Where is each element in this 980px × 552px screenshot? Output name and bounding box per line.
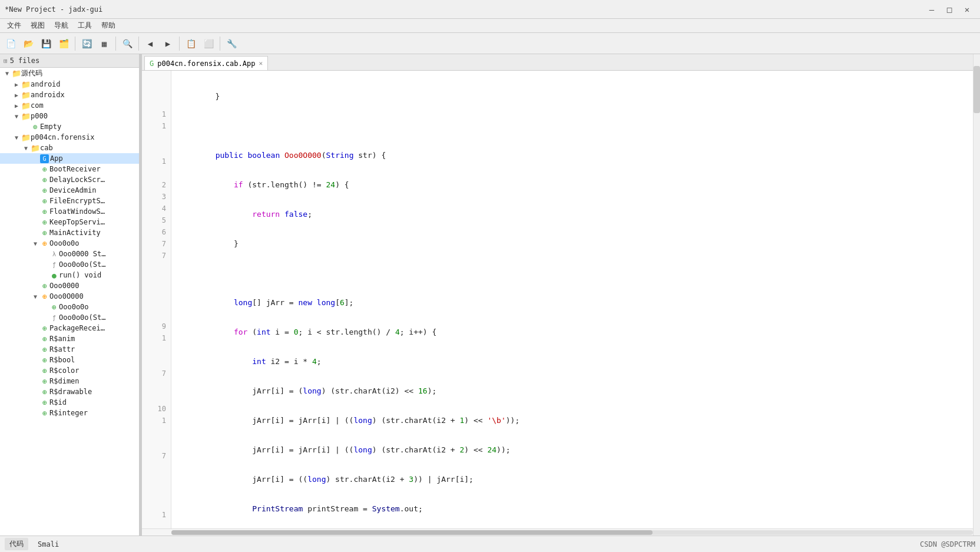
folder-icon: 📁: [21, 111, 31, 121]
sidebar-item-p004cn[interactable]: ▼ 📁 p004cn.forensix: [0, 132, 139, 143]
toolbar-forward[interactable]: ▶: [160, 35, 176, 52]
sidebar-item-rid[interactable]: ⊕ R$id: [0, 397, 139, 408]
ooo0000-1-label: Ooo0000: [49, 282, 80, 290]
status-left: 代码 Smali: [5, 538, 59, 550]
toggle-keeptop: [31, 217, 40, 227]
close-button[interactable]: ✕: [959, 4, 975, 15]
sidebar-item-mainactivity[interactable]: ⊕ MainActivity: [0, 227, 139, 238]
method-icon: ƒ: [49, 260, 59, 269]
sidebar-item-ooo0000-1[interactable]: ⊕ Ooo0000: [0, 280, 139, 291]
sidebar-item-floatwindow[interactable]: ⊕ FloatWindowS…: [0, 206, 139, 217]
class-icon: ⊕: [40, 281, 49, 290]
sidebar-item-rcolor[interactable]: ⊕ R$color: [0, 365, 139, 376]
sidebar-item-rdimen[interactable]: ⊕ R$dimen: [0, 376, 139, 386]
sidebar-item-ooo0o0[interactable]: ▼ ⊕ Ooo0o0o: [0, 238, 139, 249]
menu-file[interactable]: 文件: [2, 19, 26, 32]
packagereceiv-label: PackageRecei…: [49, 324, 105, 332]
class-icon: ⊕: [40, 292, 49, 301]
toolbar-search[interactable]: 🔍: [119, 35, 135, 52]
menu-tools[interactable]: 工具: [73, 19, 97, 32]
toolbar-sep5: [220, 37, 220, 51]
horizontal-scrollbar[interactable]: [142, 528, 973, 536]
maximize-button[interactable]: □: [941, 4, 958, 15]
sidebar-item-p000[interactable]: ▼ 📁 p000: [0, 111, 139, 121]
sidebar-item-ooo-st1[interactable]: λ Ooo0000 St…: [0, 249, 139, 259]
sidebar-item-delaylock[interactable]: ⊕ DelayLockScr…: [0, 174, 139, 185]
code-line: jArr[i] = jArr[i] | ((long) (str.charAt(…: [178, 444, 973, 456]
bootreceiver-label: BootReceiver: [49, 165, 101, 173]
android-label: android: [31, 80, 61, 88]
toolbar-settings[interactable]: 🔧: [223, 35, 240, 52]
androidx-label: androidx: [31, 91, 65, 99]
class-icon: ⊕: [40, 408, 49, 418]
toolbar-copy[interactable]: 📋: [183, 35, 199, 52]
toolbar-save[interactable]: 💾: [38, 35, 54, 52]
sidebar-item-ooo0o000[interactable]: ▼ ⊕ Ooo0O000: [0, 291, 139, 302]
code-line: public boolean Ooo0O000(String str) {: [178, 150, 973, 161]
window-controls: — □ ✕: [923, 4, 975, 15]
sidebar-item-rattr[interactable]: ⊕ R$attr: [0, 344, 139, 355]
status-smali[interactable]: Smali: [38, 540, 59, 548]
tab-close[interactable]: ✕: [259, 60, 263, 67]
files-icon: ⊞: [4, 57, 8, 65]
sidebar-item-fileencrypt[interactable]: ⊕ FileEncryptS…: [0, 196, 139, 206]
sidebar-item-com[interactable]: ▶ 📁 com: [0, 100, 139, 111]
toolbar-back[interactable]: ◀: [142, 35, 158, 52]
status-code[interactable]: 代码: [5, 538, 28, 550]
toggle-p004cn: ▼: [12, 133, 21, 142]
toggle-ooo-st1: [40, 249, 49, 259]
tab-app[interactable]: G p004cn.forensix.cab.App ✕: [144, 56, 268, 70]
sidebar-item-rdrawable[interactable]: ⊕ R$drawable: [0, 386, 139, 397]
toggle-deviceadmin: [31, 186, 40, 195]
code-line: int i2 = i * 4;: [178, 356, 973, 368]
class-icon: ⊕: [40, 398, 49, 407]
cab-label: cab: [40, 144, 53, 152]
sidebar-item-ooo-sub2[interactable]: ƒ Ooo0o0o(St…: [0, 312, 139, 323]
class-icon: ⊕: [40, 164, 49, 174]
sidebar-item-ranim[interactable]: ⊕ R$anim: [0, 333, 139, 344]
toolbar-export[interactable]: ⬜: [200, 35, 217, 52]
code-line: for (int i = 0; i < str.length() / 4; i+…: [178, 326, 973, 338]
p000-label: p000: [31, 112, 48, 120]
code-editor[interactable]: 1 1 1 2 3 4 5 6 7 7: [142, 71, 973, 528]
delaylock-label: DelayLockScr…: [49, 176, 105, 184]
sidebar-item-bootreceiver[interactable]: ⊕ BootReceiver: [0, 164, 139, 174]
toolbar-grid[interactable]: ▦: [96, 35, 112, 52]
rattr-label: R$attr: [49, 345, 75, 353]
code-lines: } public boolean Ooo0O000(String str) { …: [171, 71, 973, 528]
sidebar-item-rinteger[interactable]: ⊕ R$integer: [0, 408, 139, 418]
class-icon: ⊕: [40, 228, 49, 237]
toggle-rid: [31, 398, 40, 407]
sidebar-item-run[interactable]: ● run() void: [0, 270, 139, 280]
sidebar-item-empty[interactable]: ⊕ Empty: [0, 121, 139, 132]
toolbar-open-folder[interactable]: 📂: [20, 35, 37, 52]
sidebar-item-packagereceiv[interactable]: ⊕ PackageRecei…: [0, 323, 139, 333]
code-line: [178, 120, 973, 132]
minimize-button[interactable]: —: [923, 4, 940, 15]
toolbar-open[interactable]: 📄: [2, 35, 19, 52]
code-line: [178, 267, 973, 279]
sidebar-item-ooo-st2[interactable]: ƒ Ooo0o0o(St…: [0, 259, 139, 270]
toolbar-save-all[interactable]: 🗂️: [55, 35, 72, 52]
toggle-delaylock: [31, 175, 40, 184]
folder-icon: 📁: [12, 69, 21, 78]
sidebar-item-sourcecode[interactable]: ▼ 📁 源代码: [0, 68, 139, 79]
toolbar-sync[interactable]: 🔄: [78, 35, 95, 52]
menu-view[interactable]: 视图: [26, 19, 49, 32]
sidebar-item-cab[interactable]: ▼ 📁 cab: [0, 143, 139, 153]
toggle-rdimen: [31, 376, 40, 386]
sidebar-item-ooo-sub1[interactable]: ⊕ Ooo0o0o: [0, 302, 139, 312]
menu-help[interactable]: 帮助: [97, 19, 120, 32]
sidebar-item-deviceadmin[interactable]: ⊕ DeviceAdmin: [0, 185, 139, 196]
mainactivity-label: MainActivity: [49, 229, 101, 237]
sidebar-item-androidx[interactable]: ▶ 📁 androidx: [0, 90, 139, 100]
method-icon: ƒ: [49, 313, 59, 322]
sidebar-item-android[interactable]: ▶ 📁 android: [0, 79, 139, 90]
right-scrollbar[interactable]: [973, 54, 980, 536]
menu-navigate[interactable]: 导航: [49, 19, 73, 32]
class-icon: ⊕: [40, 196, 49, 206]
code-line: return false;: [178, 209, 973, 220]
sidebar-item-app[interactable]: G App: [0, 153, 139, 164]
sidebar-item-rbool[interactable]: ⊕ R$bool: [0, 355, 139, 365]
sidebar-item-keeptop[interactable]: ⊕ KeepTopServi…: [0, 217, 139, 227]
